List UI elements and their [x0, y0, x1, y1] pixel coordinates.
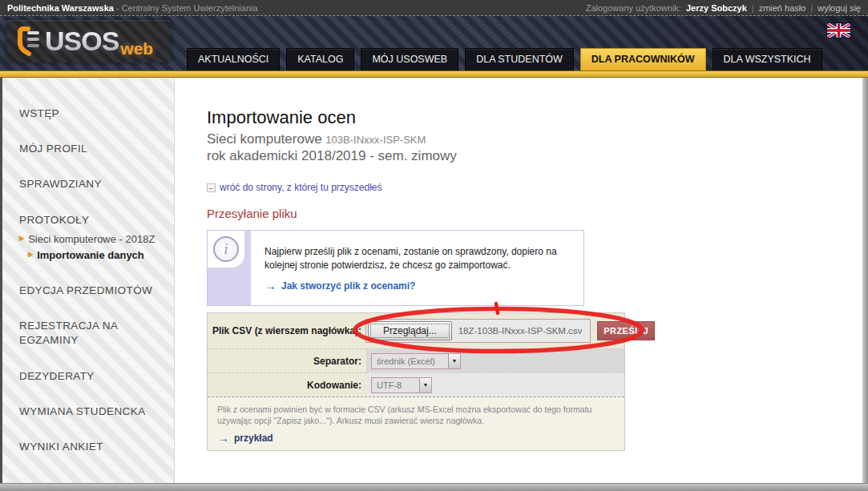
separator: | — [752, 3, 754, 13]
upload-form: Plik CSV (z wierszem nagłówka): Przegląd… — [207, 312, 625, 451]
usosweb-logo[interactable]: USOS web — [6, 20, 171, 62]
separator-label: Separator: — [208, 348, 366, 372]
logout-link[interactable]: wyloguj się — [818, 3, 861, 13]
submit-button[interactable]: PRZEŚLIJ — [597, 321, 655, 340]
example-link[interactable]: → przykład — [217, 433, 615, 444]
change-password-link[interactable]: zmień hasło — [759, 3, 806, 13]
sidebar-item-wyniki-ankiet[interactable]: WYNIKI ANKIET — [19, 440, 166, 454]
sidebar-item-protokoly[interactable]: PROTOKOŁY ▶ Sieci komputerowe - 2018Z ▶ … — [19, 213, 166, 263]
file-input[interactable]: Przeglądaj... 18Z-103B-INxxx-ISP-SKM.csv — [365, 319, 591, 343]
link-label: Jak stworzyć plik z ocenami? — [281, 280, 415, 293]
encoding-select[interactable]: UTF-8 ▼ — [371, 377, 432, 393]
encoding-selected-value: UTF-8 — [372, 380, 406, 390]
subitem-label: Importowanie danych — [37, 248, 144, 263]
info-icon: i — [213, 236, 239, 262]
link-label: przykład — [234, 433, 273, 444]
institution-title: Politechnika Warszawska - Centralny Syst… — [7, 3, 258, 13]
encoding-row: Kodowanie: UTF-8 ▼ — [208, 372, 624, 396]
encoding-label: Kodowanie: — [208, 372, 366, 396]
separator-selected-value: średnik (Excel) — [372, 356, 440, 366]
info-icon-box: i — [208, 231, 244, 268]
institution-suffix: - Centralny System Uwierzytelniania — [114, 3, 258, 13]
main-content: Importowanie ocen Sieci komputerowe 103B… — [175, 78, 862, 483]
sidebar-item-moj-profil[interactable]: MÓJ PROFIL — [19, 142, 166, 156]
gold-divider-bar — [0, 70, 868, 78]
course-code: 103B-INxxx-ISP-SKM — [325, 134, 426, 146]
how-to-create-file-link[interactable]: → Jak stworzyć plik z ocenami? — [264, 280, 560, 293]
tab-aktualnosci[interactable]: AKTUALNOŚCI — [187, 48, 280, 70]
separator-cell: średnik (Excel) ▼ — [366, 348, 624, 372]
usos-logo-icon — [16, 26, 42, 57]
tab-dla-pracownikow[interactable]: DLA PRACOWNIKÓW — [580, 48, 706, 70]
tab-katalog[interactable]: KATALOG — [286, 48, 354, 70]
institution-name: Politechnika Warszawska — [7, 3, 114, 13]
file-label: Plik CSV (z wierszem nagłówka): — [208, 325, 361, 336]
separator-row: Separator: średnik (Excel) ▼ — [208, 348, 624, 372]
main-nav-tabs: AKTUALNOŚCI KATALOG MÓJ USOSWEB DLA STUD… — [187, 48, 822, 70]
uk-flag-icon[interactable] — [827, 23, 850, 38]
usosweb-page: Politechnika Warszawska - Centralny Syst… — [0, 0, 868, 491]
separator: | — [810, 3, 813, 13]
sidebar-item-protokoly-label: PROTOKOŁY — [19, 214, 89, 226]
sidebar-item-rejestracja-na-egzaminy[interactable]: REJESTRACJA NA EGZAMINY — [19, 319, 159, 348]
protokoly-subnav: ▶ Sieci komputerowe - 2018Z ▶ Importowan… — [19, 232, 166, 263]
back-link-row[interactable]: ← wróć do strony, z której tu przyszedłe… — [207, 182, 862, 193]
page-right-edge — [862, 78, 868, 483]
csv-hint-line1: Plik z ocenami powinien być w formacie C… — [217, 404, 615, 415]
back-link[interactable]: wróć do strony, z której tu przyszedłeś — [220, 182, 382, 193]
logged-user-name: Jerzy Sobczyk — [686, 3, 747, 13]
sidebar-subitem-importowanie-danych[interactable]: ▶ Importowanie danych — [19, 248, 166, 263]
sidebar-item-edycja-przedmiotow[interactable]: EDYCJA PRZEDMIOTÓW — [19, 284, 166, 298]
chevron-down-icon: ▼ — [419, 378, 431, 392]
selected-file-name: 18Z-103B-INxxx-ISP-SKM.csv — [452, 326, 589, 336]
triangle-bullet-icon: ▶ — [28, 248, 33, 261]
course-name: Sieci komputerowe — [207, 131, 322, 147]
term-subtitle: rok akademicki 2018/2019 - sem. zimowy — [207, 148, 862, 164]
file-row: Plik CSV (z wierszem nagłówka): Przegląd… — [208, 313, 624, 348]
page-bottom-bar — [0, 483, 868, 491]
sidebar-item-wstep[interactable]: WSTĘP — [19, 107, 166, 121]
top-bar: Politechnika Warszawska - Centralny Syst… — [0, 0, 868, 16]
sidebar-item-wymiana-studencka[interactable]: WYMIANA STUDENCKA — [19, 404, 166, 419]
triangle-bullet-icon: ▶ — [19, 232, 24, 245]
info-content: Najpierw prześlij plik z ocenami, zostan… — [251, 231, 571, 305]
sidebar-nav: WSTĘP MÓJ PROFIL SPRAWDZIANY PROTOKOŁY ▶… — [2, 78, 175, 483]
tab-dla-wszystkich[interactable]: DLA WSZYSTKICH — [713, 48, 822, 70]
body-region: WSTĘP MÓJ PROFIL SPRAWDZIANY PROTOKOŁY ▶… — [2, 78, 862, 483]
encoding-cell: UTF-8 ▼ — [366, 372, 624, 396]
session-info: Zalogowany użytkownik: Jerzy Sobczyk | z… — [586, 3, 861, 13]
subitem-label: Sieci komputerowe - 2018Z — [28, 232, 155, 247]
sidebar-subitem-sieci-komputerowe[interactable]: ▶ Sieci komputerowe - 2018Z — [19, 232, 166, 247]
separator-select[interactable]: średnik (Excel) ▼ — [371, 353, 461, 369]
blue-arrow-icon: → — [217, 433, 229, 444]
section-title: Przesyłanie pliku — [207, 207, 862, 220]
blue-arrow-icon: → — [264, 280, 277, 292]
main-header: USOS web AKTUALNOŚCI KATALOG MÓJ USOSWEB… — [0, 16, 868, 70]
browse-button[interactable]: Przeglądaj... — [368, 321, 452, 340]
info-text: Najpierw prześlij plik z ocenami, zostan… — [264, 246, 557, 271]
logo-text-web: web — [120, 39, 153, 62]
logo-text-usos: USOS — [45, 26, 119, 57]
back-arrow-icon: ← — [207, 183, 216, 192]
tab-dla-studentow[interactable]: DLA STUDENTÓW — [465, 48, 574, 70]
sidebar-item-dezyderaty[interactable]: DEZYDERATY — [19, 369, 166, 384]
sidebar-item-sprawdziany[interactable]: SPRAWDZIANY — [19, 177, 166, 191]
info-box: i Najpierw prześlij plik z ocenami, zost… — [207, 230, 584, 306]
csv-hint-line2: używając opcji "Zapisz jako..."). Arkusz… — [217, 415, 615, 426]
chevron-down-icon: ▼ — [448, 354, 460, 368]
page-title: Importowanie ocen — [207, 108, 862, 127]
tab-moj-usosweb[interactable]: MÓJ USOSWEB — [361, 48, 458, 70]
form-footer: Plik z ocenami powinien być w formacie C… — [208, 396, 624, 450]
course-subtitle: Sieci komputerowe 103B-INxxx-ISP-SKM — [207, 131, 862, 148]
logged-user-label: Zalogowany użytkownik: — [586, 3, 681, 13]
